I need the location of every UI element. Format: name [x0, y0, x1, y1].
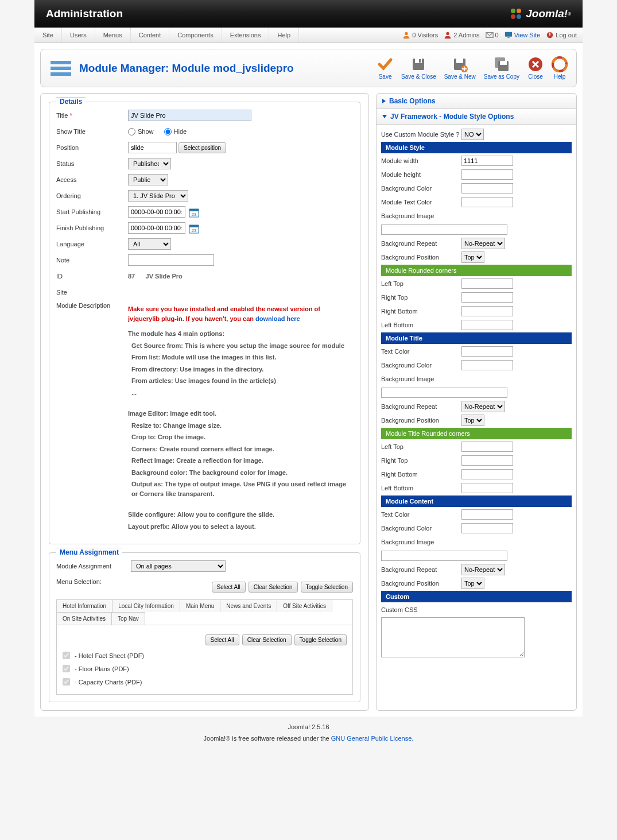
license-link[interactable]: GNU General Public License.: [331, 735, 414, 742]
sec-title-rounded: Module Title Rounded corners: [381, 428, 572, 439]
visitors-link[interactable]: 0 Visitors: [402, 31, 438, 39]
tab-main[interactable]: Main Menu: [180, 600, 220, 612]
mh-input[interactable]: [461, 169, 513, 180]
assignment-select[interactable]: On all pages: [131, 560, 226, 572]
save-new-button[interactable]: Save & New: [444, 56, 476, 80]
tab-local[interactable]: Local City Information: [112, 600, 180, 612]
save-close-button[interactable]: Save & Close: [401, 56, 436, 80]
tab-topnav[interactable]: Top Nav: [112, 612, 145, 625]
menu-extensions[interactable]: Extensions: [222, 28, 270, 42]
tbgc-input[interactable]: [461, 360, 513, 370]
menu-item-check[interactable]: [63, 678, 70, 686]
bgc-input[interactable]: [461, 183, 513, 193]
ttc-input[interactable]: [461, 346, 513, 357]
use-custom-select[interactable]: NO: [461, 129, 484, 140]
rb-label: Right Bottom: [381, 308, 461, 315]
joomla-logo: Joomla!®: [509, 7, 571, 21]
note-input[interactable]: [128, 254, 214, 266]
tbgi-input[interactable]: [381, 388, 507, 398]
id-name-value: JV Slide Pro: [146, 273, 183, 280]
access-select[interactable]: Public: [128, 174, 168, 185]
lt-input[interactable]: [461, 278, 513, 289]
menu-content[interactable]: Content: [131, 28, 170, 42]
mtc-input[interactable]: [461, 197, 513, 207]
accordion-basic[interactable]: Basic Options: [377, 94, 576, 109]
tlt-input[interactable]: [461, 442, 513, 452]
calendar-icon[interactable]: 23: [189, 207, 199, 218]
close-button[interactable]: Close: [527, 56, 544, 80]
tbgr-select[interactable]: No-Repeat: [461, 401, 505, 412]
selection-label: Menu Selection:: [56, 578, 131, 585]
bgr-select[interactable]: No-Repeat: [461, 238, 505, 249]
rt-input[interactable]: [461, 292, 513, 303]
svg-point-0: [511, 9, 515, 13]
save-button[interactable]: Save: [377, 56, 393, 80]
menu-components[interactable]: Components: [169, 28, 222, 42]
bgc-label: Background Color: [381, 185, 461, 192]
css-textarea[interactable]: [381, 617, 525, 657]
accordion-jvfw[interactable]: JV Framework - Module Style Options: [377, 109, 576, 125]
select-all-top[interactable]: Select All: [212, 582, 246, 593]
id-label: ID: [56, 273, 128, 280]
position-label: Position: [56, 144, 128, 151]
cbgc-input[interactable]: [461, 523, 513, 533]
cbgi-input[interactable]: [381, 551, 507, 561]
logout-link[interactable]: Log out: [546, 31, 577, 39]
lb-input[interactable]: [461, 320, 513, 330]
svg-rect-18: [456, 59, 463, 63]
show-radio[interactable]: Show: [128, 128, 154, 136]
menu-item-check[interactable]: [63, 652, 70, 659]
tlb-input[interactable]: [461, 483, 513, 493]
menu-site[interactable]: Site: [34, 28, 62, 42]
menu-menus[interactable]: Menus: [95, 28, 131, 42]
css-label: Custom CSS: [381, 606, 461, 613]
sec-custom: Custom: [381, 591, 572, 602]
cbgr-label: Background Repeat: [381, 566, 461, 573]
desc-from-dir: From directory: Use images in the direct…: [131, 365, 353, 374]
toggle-selection-top[interactable]: Toggle Selection: [301, 582, 353, 593]
menu-help[interactable]: Help: [269, 28, 299, 42]
start-pub-input[interactable]: [128, 206, 185, 218]
tab-onsite[interactable]: On Site Activities: [57, 612, 112, 625]
rb-input[interactable]: [461, 306, 513, 316]
mw-input[interactable]: [461, 156, 513, 166]
download-link[interactable]: download here: [255, 315, 300, 322]
footer: Joomla! 2.5.16 Joomla!® is free software…: [0, 717, 617, 749]
select-position-button[interactable]: Select position: [178, 142, 226, 153]
menu-users[interactable]: Users: [62, 28, 95, 42]
finish-pub-input[interactable]: [128, 222, 185, 234]
tab-news[interactable]: News and Events: [220, 600, 277, 612]
bgi-input[interactable]: [381, 224, 507, 235]
ctc-input[interactable]: [461, 509, 513, 520]
tab-hotel[interactable]: Hotel Information: [57, 600, 112, 612]
messages-link[interactable]: 0: [486, 31, 499, 39]
cbgr-select[interactable]: No-Repeat: [461, 564, 505, 575]
lb-label: Left Bottom: [381, 322, 461, 328]
clear-selection-bottom[interactable]: Clear Selection: [242, 634, 292, 645]
svg-rect-13: [51, 72, 71, 76]
tab-offsite[interactable]: Off Site Activities: [277, 600, 332, 612]
clear-selection-top[interactable]: Clear Selection: [249, 582, 298, 593]
disk-plus-icon: [452, 56, 468, 72]
menu-item-check[interactable]: [63, 665, 70, 672]
view-site-link[interactable]: View Site: [505, 31, 541, 39]
admins-link[interactable]: 2 Admins: [444, 31, 479, 39]
bgp-select[interactable]: Top: [461, 251, 484, 263]
toggle-selection-bottom[interactable]: Toggle Selection: [294, 634, 347, 645]
trt-input[interactable]: [461, 455, 513, 466]
save-copy-button[interactable]: Save as Copy: [484, 56, 519, 80]
svg-point-1: [517, 9, 521, 13]
sec-module-title: Module Title: [381, 332, 572, 344]
language-select[interactable]: All: [128, 238, 171, 250]
select-all-bottom[interactable]: Select All: [205, 634, 239, 645]
help-button[interactable]: Help: [552, 56, 568, 80]
hide-radio[interactable]: Hide: [164, 128, 187, 136]
title-input[interactable]: [128, 110, 251, 121]
trb-input[interactable]: [461, 469, 513, 479]
cbgp-select[interactable]: Top: [461, 578, 484, 589]
position-input[interactable]: [128, 142, 177, 153]
status-select[interactable]: Published: [128, 158, 171, 169]
tbgp-select[interactable]: Top: [461, 415, 484, 426]
calendar-icon[interactable]: 23: [189, 223, 199, 234]
ordering-select[interactable]: 1. JV Slide Pro: [128, 190, 188, 202]
